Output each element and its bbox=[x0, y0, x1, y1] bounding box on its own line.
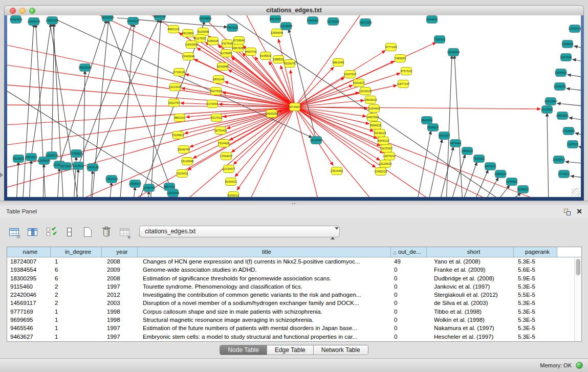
network-canvas[interactable]: 1872400788601238912953822605891275038186… bbox=[7, 15, 581, 197]
red-edge[interactable] bbox=[7, 64, 295, 107]
table-row[interactable]: 1938455462009Genome-wide association stu… bbox=[7, 266, 581, 274]
black-edge[interactable] bbox=[289, 29, 316, 140]
red-edge[interactable] bbox=[125, 107, 295, 197]
graph-node-label: 15166827 bbox=[172, 134, 185, 137]
black-edge[interactable] bbox=[473, 170, 488, 197]
black-edge[interactable] bbox=[462, 162, 477, 197]
select-columns-button[interactable]: ✔✔ bbox=[44, 225, 58, 239]
black-edge[interactable] bbox=[59, 20, 106, 165]
graph-node-label: 1850812 bbox=[26, 156, 37, 159]
red-edge[interactable] bbox=[7, 107, 295, 189]
black-edge[interactable] bbox=[446, 55, 452, 197]
create-column-button[interactable] bbox=[81, 225, 95, 239]
table-cell: Stergiakouli et al. (2012) bbox=[427, 291, 514, 299]
tab-network-table[interactable]: Network Table bbox=[314, 345, 368, 355]
column-header-name[interactable]: name bbox=[7, 247, 51, 257]
float-panel-icon[interactable] bbox=[564, 209, 571, 215]
table-row[interactable]: 1456911722003Disruption of a novel membe… bbox=[7, 299, 581, 307]
black-edge[interactable] bbox=[506, 193, 521, 197]
black-edge[interactable] bbox=[575, 133, 581, 136]
column-header-out-degree[interactable]: △out_de... bbox=[391, 247, 427, 257]
black-edge[interactable] bbox=[557, 103, 581, 106]
red-edge[interactable] bbox=[295, 85, 397, 107]
window-titlebar[interactable]: citations_edges.txt bbox=[4, 5, 584, 15]
collapsed-panel-arrow-icon[interactable] bbox=[0, 172, 3, 178]
black-edge[interactable] bbox=[571, 176, 581, 178]
zoom-window-icon[interactable] bbox=[29, 8, 35, 14]
black-edge[interactable] bbox=[547, 113, 549, 197]
black-edge[interactable] bbox=[417, 131, 431, 197]
column-header-pagerank[interactable]: pagerank bbox=[514, 247, 557, 257]
row-height-button[interactable] bbox=[62, 225, 76, 239]
black-edge[interactable] bbox=[483, 178, 498, 197]
black-edge[interactable] bbox=[573, 59, 581, 62]
black-edge[interactable] bbox=[53, 23, 63, 197]
black-edge[interactable] bbox=[57, 168, 59, 197]
table-settings-button[interactable]: ⚙ bbox=[7, 225, 21, 239]
black-edge[interactable] bbox=[31, 23, 51, 157]
black-edge[interactable] bbox=[439, 147, 453, 197]
canvas-resize-grip[interactable] bbox=[572, 188, 580, 196]
black-edge[interactable] bbox=[574, 46, 581, 49]
network-select-value: citations_edges.txt bbox=[145, 228, 195, 235]
red-edge[interactable] bbox=[295, 107, 319, 197]
column-header-in-degree[interactable]: in_degree bbox=[51, 247, 102, 257]
black-edge[interactable] bbox=[76, 169, 78, 197]
graph-node-label: 18300295 bbox=[266, 112, 278, 115]
black-edge[interactable] bbox=[567, 89, 581, 91]
tab-node-table[interactable]: Node Table bbox=[220, 345, 267, 355]
black-edge[interactable] bbox=[120, 24, 134, 197]
close-panel-icon[interactable]: ✕ bbox=[576, 207, 582, 215]
graph-node-label: 10958107 bbox=[129, 182, 142, 185]
scrollbar-thumb[interactable] bbox=[576, 259, 580, 275]
black-edge[interactable] bbox=[29, 160, 31, 197]
black-edge[interactable] bbox=[91, 170, 93, 197]
table-row[interactable]: 946362711997Embryonic stem cells: a mode… bbox=[7, 333, 581, 341]
table-cell: Yano et al. (2008) bbox=[427, 257, 514, 266]
delete-column-button[interactable] bbox=[99, 225, 113, 239]
black-edge[interactable] bbox=[16, 162, 18, 197]
delete-table-button[interactable]: ✕ bbox=[118, 225, 132, 239]
graph-node-label: 6873197 bbox=[439, 134, 450, 137]
panel-splitter[interactable] bbox=[0, 201, 588, 206]
table-row[interactable]: 969969511998Structural magnetic resonanc… bbox=[7, 316, 581, 324]
black-edge[interactable] bbox=[569, 118, 581, 121]
table-scrollbar[interactable] bbox=[574, 257, 581, 341]
black-edge[interactable] bbox=[7, 91, 191, 197]
table-row[interactable]: 2242004622012Investigating the contribut… bbox=[7, 291, 581, 299]
close-window-icon[interactable] bbox=[10, 8, 16, 14]
black-edge[interactable] bbox=[568, 75, 581, 78]
red-edge[interactable] bbox=[188, 107, 295, 170]
black-edge[interactable] bbox=[133, 187, 135, 197]
table-row[interactable]: 1830029562008Estimation of significance … bbox=[7, 274, 581, 282]
tab-edge-table[interactable]: Edge Table bbox=[267, 345, 314, 355]
table-row[interactable]: 977716911998Corpus callosum shape and si… bbox=[7, 308, 581, 316]
black-edge[interactable] bbox=[450, 155, 465, 197]
table-row[interactable]: 911546021997Tourette syndrome. Phenomeno… bbox=[7, 282, 581, 291]
graph-node-label: 10719155 bbox=[327, 20, 340, 23]
red-edge[interactable] bbox=[190, 107, 295, 147]
black-edge[interactable] bbox=[110, 182, 112, 197]
table-row[interactable]: 946554611997Estimation of the future num… bbox=[7, 324, 581, 332]
show-columns-button[interactable] bbox=[26, 225, 39, 239]
black-edge[interactable] bbox=[150, 19, 161, 197]
table-cell: 0 bbox=[391, 324, 427, 332]
column-header-short[interactable]: short bbox=[427, 247, 514, 257]
graph-node-label: 2955114 bbox=[462, 149, 472, 152]
red-edge[interactable] bbox=[295, 107, 376, 197]
column-header-title[interactable]: title bbox=[138, 247, 391, 257]
red-edge[interactable] bbox=[7, 84, 295, 107]
red-edge[interactable] bbox=[295, 107, 540, 109]
network-select-dropdown[interactable]: citations_edges.txt bbox=[139, 226, 340, 237]
black-edge[interactable] bbox=[428, 139, 442, 197]
black-edge[interactable] bbox=[565, 162, 581, 164]
black-edge[interactable] bbox=[107, 18, 177, 197]
black-edge[interactable] bbox=[579, 146, 581, 149]
black-edge[interactable] bbox=[494, 185, 510, 197]
column-header-year[interactable]: year bbox=[102, 247, 138, 257]
minimize-window-icon[interactable] bbox=[19, 8, 26, 14]
table-row[interactable]: 1872400712008Changes of HCN gene express… bbox=[7, 257, 581, 266]
black-edge[interactable] bbox=[454, 55, 463, 197]
red-edge[interactable] bbox=[185, 107, 295, 134]
graph-node-label: 26053346 bbox=[79, 66, 92, 69]
